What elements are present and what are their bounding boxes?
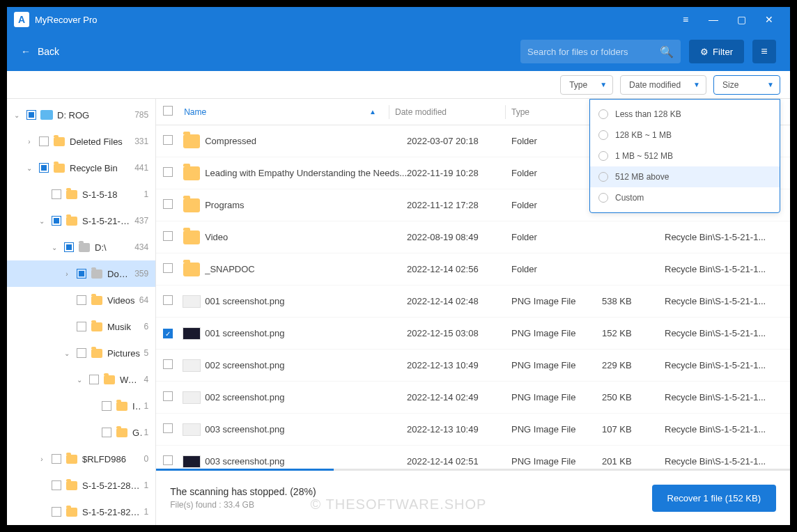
tree-item[interactable]: › $RLFD986 0 bbox=[7, 446, 155, 472]
tree-item[interactable]: › Downloads 359 bbox=[7, 260, 155, 287]
tree-checkbox[interactable] bbox=[26, 110, 36, 120]
search-icon[interactable]: 🔍 bbox=[660, 45, 674, 58]
folder-tree[interactable]: ⌄ D: ROG 785› Deleted Files 331⌄ Recycle… bbox=[7, 99, 156, 525]
row-checkbox[interactable] bbox=[163, 359, 173, 369]
row-checkbox[interactable] bbox=[163, 231, 173, 241]
tree-checkbox[interactable] bbox=[52, 189, 61, 199]
row-checkbox[interactable] bbox=[163, 199, 173, 209]
tree-item[interactable]: ⌄ D:\ 434 bbox=[7, 234, 155, 260]
row-checkbox[interactable] bbox=[163, 423, 173, 433]
expand-icon[interactable]: › bbox=[61, 270, 72, 278]
expand-icon[interactable]: ⌄ bbox=[61, 350, 72, 357]
tree-checkbox[interactable] bbox=[77, 295, 86, 305]
tree-checkbox[interactable] bbox=[64, 242, 74, 252]
table-row[interactable]: Video 2022-08-19 08:49 Folder Recycle Bi… bbox=[156, 221, 790, 253]
tree-checkbox[interactable] bbox=[52, 507, 61, 517]
expand-icon[interactable]: ⌄ bbox=[49, 244, 60, 251]
table-row[interactable]: 002 screenshot.png 2022-12-13 10:49 PNG … bbox=[156, 350, 790, 382]
tree-count: 4 bbox=[144, 375, 149, 384]
row-checkbox[interactable] bbox=[163, 455, 173, 465]
file-name: 002 screenshot.png bbox=[202, 392, 407, 402]
size-option[interactable]: 128 KB ~ 1 MB bbox=[590, 125, 780, 146]
file-path: Recycle Bin\S-1-5-21-1... bbox=[665, 296, 783, 306]
tree-item[interactable]: ⌄ Wallpapers 4 bbox=[7, 366, 155, 393]
row-checkbox[interactable]: ✓ bbox=[163, 329, 173, 338]
column-name[interactable]: Name▲ bbox=[181, 107, 383, 117]
search-input[interactable] bbox=[527, 47, 660, 57]
minimize-button[interactable]: — bbox=[699, 7, 727, 32]
row-checkbox[interactable] bbox=[163, 263, 173, 273]
select-all-checkbox[interactable] bbox=[163, 106, 173, 116]
size-option[interactable]: 512 MB above bbox=[590, 166, 780, 187]
thumbnail-icon bbox=[183, 391, 201, 404]
date-filter-dropdown[interactable]: Date modified ▼ bbox=[620, 75, 706, 95]
type-filter-dropdown[interactable]: Type ▼ bbox=[560, 75, 613, 95]
tree-checkbox[interactable] bbox=[102, 401, 111, 411]
tree-item[interactable]: › Deleted Files 331 bbox=[7, 128, 155, 155]
table-row[interactable]: _SNAPDOC 2022-12-14 02:56 Folder Recycle… bbox=[156, 253, 790, 285]
tree-checkbox[interactable] bbox=[102, 428, 111, 437]
tree-item[interactable]: Musik 6 bbox=[7, 313, 155, 340]
tree-checkbox[interactable] bbox=[39, 163, 49, 173]
size-option[interactable]: Less than 128 KB bbox=[590, 104, 780, 125]
table-row[interactable]: 001 screenshot.png 2022-12-14 02:48 PNG … bbox=[156, 285, 790, 318]
tree-item[interactable]: Game 1 bbox=[7, 419, 155, 446]
tree-item[interactable]: IMGDL 1 bbox=[7, 393, 155, 419]
tree-label: S-1-5-21-82370... bbox=[82, 507, 141, 517]
titlebar: A MyRecover Pro ≡ — ▢ ✕ bbox=[7, 7, 790, 32]
expand-icon[interactable]: › bbox=[36, 455, 47, 463]
tree-checkbox[interactable] bbox=[52, 454, 61, 464]
table-row[interactable]: 002 screenshot.png 2022-12-14 02:49 PNG … bbox=[156, 382, 790, 414]
tree-item[interactable]: ⌄ Pictures 5 bbox=[7, 340, 155, 366]
menu-button[interactable]: ≡ bbox=[752, 40, 776, 63]
expand-icon[interactable]: ⌄ bbox=[74, 376, 85, 384]
tree-checkbox[interactable] bbox=[52, 480, 61, 490]
filter-icon: ⚙ bbox=[700, 47, 709, 57]
file-type: Folder bbox=[511, 264, 602, 274]
column-date[interactable]: Date modified bbox=[395, 107, 500, 117]
tree-checkbox[interactable] bbox=[52, 216, 61, 226]
size-option[interactable]: Custom bbox=[590, 187, 780, 208]
expand-icon[interactable]: ⌄ bbox=[11, 111, 22, 119]
back-button[interactable]: ← Back bbox=[21, 46, 59, 57]
search-box[interactable]: 🔍 bbox=[520, 40, 681, 63]
maximize-button[interactable]: ▢ bbox=[727, 7, 755, 32]
tree-item[interactable]: S-1-5-18 1 bbox=[7, 181, 155, 208]
row-checkbox[interactable] bbox=[163, 167, 173, 177]
size-option[interactable]: 1 MB ~ 512 MB bbox=[590, 146, 780, 166]
tree-item[interactable]: ⌄ S-1-5-21-15433... 437 bbox=[7, 208, 155, 234]
table-row[interactable]: 003 screenshot.png 2022-12-13 10:49 PNG … bbox=[156, 414, 790, 446]
table-row[interactable]: 003 screenshot.png 2022-12-14 02:51 PNG … bbox=[156, 446, 790, 469]
table-row[interactable]: ✓ 001 screenshot.png 2022-12-15 03:08 PN… bbox=[156, 318, 790, 350]
file-type: PNG Image File bbox=[511, 456, 602, 467]
type-filter-label: Type bbox=[569, 80, 587, 90]
row-checkbox[interactable] bbox=[163, 135, 173, 145]
chevron-down-icon: ▼ bbox=[693, 81, 700, 88]
tree-item[interactable]: ⌄ D: ROG 785 bbox=[7, 102, 155, 128]
file-path: Recycle Bin\S-1-5-21-1... bbox=[665, 232, 783, 242]
expand-icon[interactable]: ⌄ bbox=[36, 217, 47, 225]
tree-checkbox[interactable] bbox=[77, 269, 86, 279]
tree-item[interactable]: ⌄ Recycle Bin 441 bbox=[7, 155, 155, 181]
tree-item[interactable]: S-1-5-21-82370... 1 bbox=[7, 499, 155, 525]
size-filter-dropdown[interactable]: Size ▼ bbox=[713, 75, 780, 95]
file-date: 2022-12-15 03:08 bbox=[407, 328, 511, 338]
expand-icon[interactable]: ⌄ bbox=[24, 164, 35, 172]
close-button[interactable]: ✕ bbox=[755, 7, 783, 32]
column-type[interactable]: Type bbox=[511, 107, 602, 117]
tree-item[interactable]: Videos 64 bbox=[7, 287, 155, 313]
row-checkbox[interactable] bbox=[163, 391, 173, 401]
tree-count: 6 bbox=[144, 322, 149, 331]
tree-checkbox[interactable] bbox=[77, 348, 86, 358]
tree-checkbox[interactable] bbox=[77, 322, 86, 331]
recover-button[interactable]: Recover 1 file (152 KB) bbox=[652, 485, 776, 512]
tree-checkbox[interactable] bbox=[39, 136, 49, 146]
tree-checkbox[interactable] bbox=[89, 375, 99, 384]
filter-button[interactable]: ⚙ Filter bbox=[689, 40, 744, 63]
files-found: File(s) found : 33.4 GB bbox=[170, 500, 316, 510]
expand-icon[interactable]: › bbox=[24, 138, 35, 146]
row-checkbox[interactable] bbox=[163, 295, 173, 305]
tree-item[interactable]: S-1-5-21-28271... 1 bbox=[7, 472, 155, 499]
size-option-label: 512 MB above bbox=[615, 172, 669, 182]
hamburger-icon[interactable]: ≡ bbox=[672, 7, 699, 32]
